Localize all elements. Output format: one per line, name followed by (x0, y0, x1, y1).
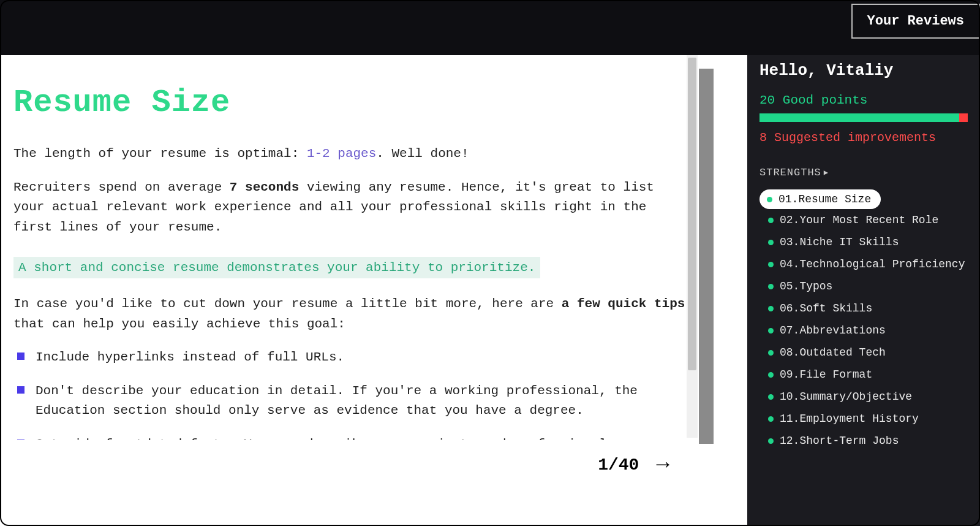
bullet-icon (768, 284, 774, 289)
strength-item[interactable]: 12.Short-Term Jobs (760, 430, 980, 452)
bullet-icon (768, 372, 774, 378)
article-p2: Recruiters spend on average 7 seconds vi… (13, 178, 685, 238)
strength-item[interactable]: 01.Resume Size (760, 189, 881, 209)
strengths-list: 01.Resume Size02.Your Most Recent Role03… (760, 189, 980, 452)
strength-label: 03.Niche IT Skills (780, 236, 899, 248)
strength-label: 01.Resume Size (778, 193, 871, 205)
strength-label: 08.Outdated Tech (780, 346, 886, 359)
strength-item[interactable]: 03.Niche IT Skills (760, 231, 980, 253)
strength-item[interactable]: 10.Summary/Objective (760, 386, 980, 408)
scrollbar-track[interactable] (687, 55, 698, 438)
strength-item[interactable]: 11.Employment History (760, 408, 980, 430)
article-p3: In case you'd like to cut down your resu… (13, 294, 685, 334)
page-shadow (699, 69, 714, 444)
intro-post: . Well done! (376, 147, 469, 161)
strength-item[interactable]: 09.File Format (760, 364, 980, 386)
scrollbar-thumb[interactable] (688, 58, 696, 370)
bullet-icon (768, 328, 774, 334)
your-reviews-button[interactable]: Your Reviews (851, 4, 980, 39)
strength-label: 07.Abbreviations (780, 324, 886, 337)
progress-bar (760, 113, 968, 122)
strength-item[interactable]: 08.Outdated Tech (760, 341, 980, 364)
suggested-label: 8 Suggested improvements (760, 131, 980, 145)
bullet-icon (768, 438, 774, 444)
top-bar: Your Reviews (0, 0, 980, 55)
good-points-label: 20 Good points (760, 93, 980, 107)
chevron-right-icon: ▶ (824, 168, 829, 177)
p3-pre: In case you'd like to cut down your resu… (13, 297, 562, 311)
article-pane: Resume Size The length of your resume is… (0, 55, 699, 440)
strength-item[interactable]: 07.Abbreviations (760, 319, 980, 341)
progress-fill (760, 113, 959, 122)
intro-highlight: 1-2 pages (307, 147, 376, 161)
strength-label: 11.Employment History (780, 413, 919, 425)
tip-item: Include hyperlinks instead of full URLs. (13, 348, 685, 368)
page-count: 1/40 (598, 455, 639, 475)
bullet-icon (767, 197, 772, 202)
intro-pre: The length of your resume is optimal: (13, 147, 307, 161)
p2-pre: Recruiters spend on average (13, 180, 230, 194)
strength-item[interactable]: 02.Your Most Recent Role (760, 209, 980, 231)
bullet-icon (768, 262, 774, 267)
p3-post: that can help you easily achieve this go… (13, 317, 345, 331)
bullet-icon (768, 218, 774, 223)
strength-item[interactable]: 05.Typos (760, 275, 980, 297)
strength-label: 04.Technological Proficiency (780, 258, 965, 270)
article-intro: The length of your resume is optimal: 1-… (13, 144, 685, 164)
strengths-section-header[interactable]: STRENGTHS▶ (760, 167, 980, 178)
bullet-icon (768, 350, 774, 356)
strength-label: 12.Short-Term Jobs (780, 435, 899, 447)
strength-label: 09.File Format (780, 368, 872, 381)
bullet-icon (768, 416, 774, 422)
strength-item[interactable]: 04.Technological Proficiency (760, 253, 980, 275)
strength-label: 02.Your Most Recent Role (780, 214, 938, 226)
strength-label: 10.Summary/Objective (780, 391, 912, 403)
bullet-icon (768, 240, 774, 245)
strength-label: 06.Soft Skills (780, 302, 872, 314)
sidebar: Hello, Vitaliy 20 Good points 8 Suggeste… (747, 55, 980, 526)
strength-label: 05.Typos (780, 280, 832, 292)
pager: 1/40 → (0, 440, 699, 489)
article-callout: A short and concise resume demonstrates … (13, 257, 540, 278)
greeting: Hello, Vitaliy (760, 61, 980, 80)
p2-bold: 7 seconds (230, 180, 299, 194)
article-title: Resume Size (13, 85, 685, 121)
strengths-label: STRENGTHS (760, 167, 821, 178)
p3-bold: a few quick tips (562, 297, 685, 311)
next-page-arrow-icon[interactable]: → (656, 452, 669, 478)
tip-item: Don't describe your education in detail.… (13, 381, 685, 421)
strength-item[interactable]: 06.Soft Skills (760, 297, 980, 319)
bullet-icon (768, 394, 774, 400)
bullet-icon (768, 306, 774, 311)
